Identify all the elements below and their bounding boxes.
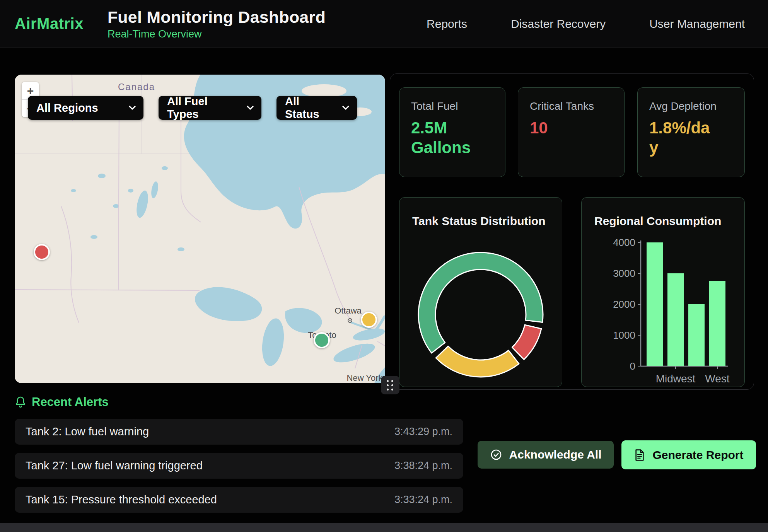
generate-report-label: Generate Report	[652, 448, 743, 462]
bottom-bar	[0, 523, 768, 532]
bar-2[interactable]	[688, 304, 705, 366]
alert-text: Tank 2: Low fuel warning	[26, 425, 149, 438]
svg-text:0: 0	[630, 360, 635, 372]
alert-row[interactable]: Tank 2: Low fuel warning 3:43:29 p.m.	[15, 419, 463, 445]
bar-3[interactable]	[709, 281, 725, 366]
stat-value: 10	[530, 118, 596, 138]
tank-status-card: Tank Status Distribution	[399, 197, 562, 387]
fuel-type-filter-select[interactable]: All Fuel Types	[159, 96, 261, 120]
ottawa-city-dot-center	[349, 320, 350, 321]
alert-time: 3:33:24 p.m.	[394, 494, 452, 506]
bar-0[interactable]	[647, 242, 663, 366]
stat-card-avg-depletion: Avg Depletion 1.8%/day	[637, 87, 745, 177]
main-nav: Reports Disaster Recovery User Managemen…	[427, 17, 745, 31]
dashboard-root: AirMatrix Fuel Monitoring Dashboard Real…	[0, 0, 768, 532]
svg-text:West: West	[705, 373, 729, 385]
chevron-down-icon	[247, 106, 254, 110]
map-marker-warning-tank[interactable]	[361, 312, 377, 328]
regional-consumption-card: Regional Consumption 01000200030004000Mi…	[581, 197, 745, 387]
donut-segment-red[interactable]	[512, 325, 541, 360]
stat-value: 2.5M Gallons	[411, 118, 478, 157]
acknowledge-all-button[interactable]: Acknowledge All	[478, 441, 614, 469]
nav-disaster-recovery[interactable]: Disaster Recovery	[511, 17, 606, 31]
alert-row[interactable]: Tank 27: Low fuel warning triggered 3:38…	[15, 453, 463, 479]
recent-alerts-title: Recent Alerts	[32, 395, 109, 409]
metrics-panel: Total Fuel 2.5M Gallons Critical Tanks 1…	[390, 73, 754, 390]
stat-label: Critical Tanks	[530, 100, 613, 113]
regional-consumption-bar-chart[interactable]: 01000200030004000MidwestWest	[582, 198, 744, 387]
status-filter-select[interactable]: All Status	[276, 96, 357, 120]
region-filter-value: All Regions	[36, 102, 98, 114]
svg-text:1000: 1000	[613, 329, 635, 341]
map-filter-row: All Regions All Fuel Types All Status	[28, 96, 357, 120]
map-marker-normal-tank[interactable]	[314, 332, 330, 348]
page-title: Fuel Monitoring Dashboard	[108, 8, 326, 27]
check-circle-icon	[490, 448, 502, 461]
page-subtitle: Real-Time Overview	[108, 28, 326, 40]
chevron-down-icon	[129, 106, 136, 110]
stat-label: Avg Depletion	[649, 100, 733, 113]
nav-user-management[interactable]: User Management	[649, 17, 745, 31]
chevron-down-icon	[342, 106, 349, 110]
alert-time: 3:43:29 p.m.	[394, 426, 452, 438]
alert-text: Tank 15: Pressure threshold exceeded	[26, 493, 217, 506]
stat-card-critical-tanks: Critical Tanks 10	[518, 87, 625, 177]
map-label-ottawa: Ottawa	[335, 306, 362, 315]
alert-time: 3:38:24 p.m.	[394, 460, 452, 472]
svg-text:3000: 3000	[613, 268, 635, 279]
bar-1[interactable]	[667, 273, 684, 366]
brand-logo: AirMatrix	[15, 15, 84, 32]
recent-alerts-heading: Recent Alerts	[15, 395, 109, 409]
nav-reports[interactable]: Reports	[427, 17, 467, 31]
generate-report-button[interactable]: Generate Report	[621, 440, 756, 469]
alert-row[interactable]: Tank 15: Pressure threshold exceeded 3:3…	[15, 487, 463, 513]
stat-value: 1.8%/day	[649, 118, 716, 157]
alert-text: Tank 27: Low fuel warning triggered	[26, 459, 203, 472]
svg-text:4000: 4000	[613, 237, 635, 248]
svg-text:2000: 2000	[613, 298, 635, 310]
region-filter-select[interactable]: All Regions	[28, 96, 143, 120]
title-block: Fuel Monitoring Dashboard Real-Time Over…	[108, 8, 326, 40]
stat-label: Total Fuel	[411, 100, 493, 113]
bell-icon	[15, 396, 26, 408]
document-icon	[634, 449, 645, 461]
tank-status-donut-chart[interactable]	[399, 198, 562, 387]
acknowledge-all-label: Acknowledge All	[509, 448, 602, 461]
map-graphic: Canada Ottawa Toronto New York	[15, 75, 385, 383]
map-label-canada: Canada	[118, 82, 155, 92]
map-label-new-york: New York	[347, 373, 383, 383]
svg-text:Midwest: Midwest	[656, 373, 696, 385]
fuel-type-filter-value: All Fuel Types	[167, 95, 240, 121]
stat-card-total-fuel: Total Fuel 2.5M Gallons	[399, 87, 505, 177]
status-filter-value: All Status	[285, 95, 335, 121]
map-marker-critical-tank[interactable]	[34, 244, 50, 260]
panel-resize-handle[interactable]	[381, 376, 399, 394]
donut-segment-yellow[interactable]	[436, 346, 519, 377]
fuel-map[interactable]: Canada Ottawa Toronto New York + − All R…	[15, 75, 385, 383]
app-header: AirMatrix Fuel Monitoring Dashboard Real…	[0, 0, 768, 48]
